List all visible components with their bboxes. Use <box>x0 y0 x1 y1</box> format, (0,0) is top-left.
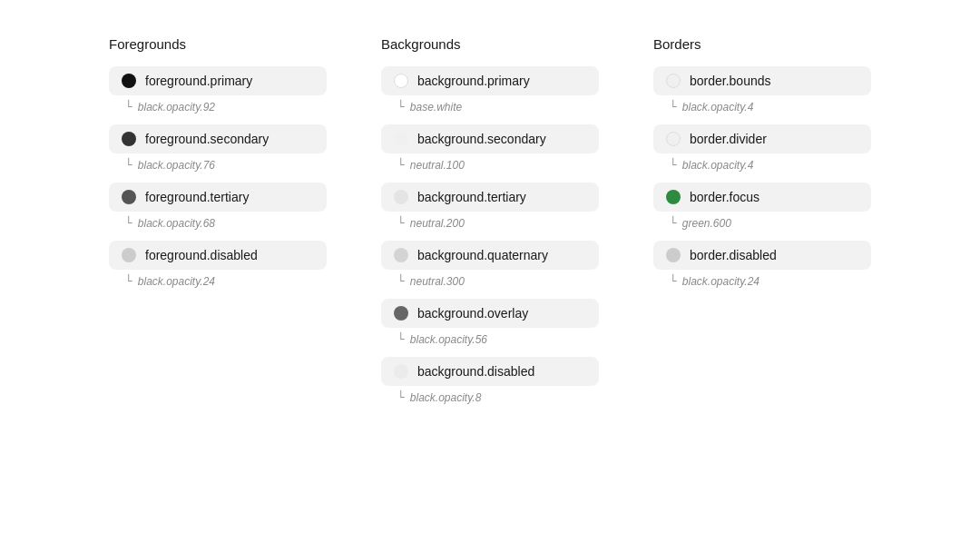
token-label-border-focus: border.focus <box>690 190 760 204</box>
token-dot-fg-secondary <box>122 132 136 146</box>
token-dot-border-bounds <box>666 74 681 88</box>
token-alias-corner-fg-disabled: └ <box>125 274 132 288</box>
token-alias-text-bg-primary: base.white <box>410 101 462 114</box>
token-group-border-bounds: border.bounds└black.opacity.4 <box>653 66 871 114</box>
token-alias-corner-bg-secondary: └ <box>397 158 405 172</box>
token-dot-bg-secondary <box>394 132 408 146</box>
token-alias-row-fg-primary: └black.opacity.92 <box>109 100 327 114</box>
column-title-borders: Borders <box>653 36 871 52</box>
token-alias-row-border-disabled: └black.opacity.24 <box>653 274 871 288</box>
token-dot-border-divider <box>666 132 681 146</box>
token-alias-corner-bg-disabled: └ <box>397 390 405 404</box>
token-dot-fg-disabled <box>122 248 136 262</box>
token-alias-corner-fg-tertiary: └ <box>125 216 132 230</box>
token-alias-corner-fg-primary: └ <box>125 100 132 114</box>
token-group-bg-quaternary: background.quaternary└neutral.300 <box>381 241 599 288</box>
token-group-border-disabled: border.disabled└black.opacity.24 <box>653 241 871 288</box>
token-alias-corner-border-disabled: └ <box>670 274 677 288</box>
column-title-backgrounds: Backgrounds <box>381 36 599 52</box>
token-alias-row-fg-secondary: └black.opacity.76 <box>109 158 327 172</box>
token-alias-text-border-divider: black.opacity.4 <box>682 159 754 172</box>
token-alias-text-bg-secondary: neutral.100 <box>410 159 465 172</box>
token-alias-corner-bg-quaternary: └ <box>397 274 405 288</box>
token-chip-border-disabled: border.disabled <box>653 241 871 270</box>
column-title-foregrounds: Foregrounds <box>109 36 327 52</box>
token-alias-row-bg-disabled: └black.opacity.8 <box>381 390 599 404</box>
token-chip-border-bounds: border.bounds <box>653 66 871 95</box>
token-chip-bg-quaternary: background.quaternary <box>381 241 599 270</box>
token-group-bg-overlay: background.overlay└black.opacity.56 <box>381 299 599 346</box>
token-chip-fg-disabled: foreground.disabled <box>109 241 327 270</box>
token-alias-row-bg-tertiary: └neutral.200 <box>381 216 599 230</box>
token-chip-border-focus: border.focus <box>653 183 871 212</box>
token-dot-border-disabled <box>666 248 681 262</box>
token-label-fg-disabled: foreground.disabled <box>145 248 258 262</box>
column-backgrounds: Backgroundsbackground.primary└base.white… <box>381 36 599 415</box>
token-chip-border-divider: border.divider <box>653 124 871 153</box>
token-chip-bg-primary: background.primary <box>381 66 599 95</box>
token-alias-corner-bg-primary: └ <box>397 100 405 114</box>
token-alias-text-bg-overlay: black.opacity.56 <box>410 333 487 346</box>
token-label-bg-secondary: background.secondary <box>417 132 546 146</box>
token-alias-row-bg-overlay: └black.opacity.56 <box>381 332 599 346</box>
token-chip-bg-disabled: background.disabled <box>381 357 599 386</box>
token-alias-row-bg-quaternary: └neutral.300 <box>381 274 599 288</box>
token-alias-text-fg-disabled: black.opacity.24 <box>138 275 215 288</box>
token-group-border-focus: border.focus└green.600 <box>653 183 871 230</box>
token-alias-row-fg-disabled: └black.opacity.24 <box>109 274 327 288</box>
token-alias-corner-border-divider: └ <box>670 158 677 172</box>
token-alias-text-border-disabled: black.opacity.24 <box>682 275 760 288</box>
token-dot-fg-primary <box>122 74 136 88</box>
token-alias-row-fg-tertiary: └black.opacity.68 <box>109 216 327 230</box>
token-alias-text-bg-quaternary: neutral.300 <box>410 275 465 288</box>
token-alias-row-bg-primary: └base.white <box>381 100 599 114</box>
token-group-border-divider: border.divider└black.opacity.4 <box>653 124 871 172</box>
token-alias-row-border-bounds: └black.opacity.4 <box>653 100 871 114</box>
token-alias-corner-fg-secondary: └ <box>125 158 132 172</box>
token-alias-row-border-divider: └black.opacity.4 <box>653 158 871 172</box>
token-alias-text-fg-secondary: black.opacity.76 <box>138 159 215 172</box>
token-alias-text-border-focus: green.600 <box>682 217 731 230</box>
token-alias-text-bg-disabled: black.opacity.8 <box>410 391 482 404</box>
token-alias-text-border-bounds: black.opacity.4 <box>682 101 754 114</box>
token-alias-text-bg-tertiary: neutral.200 <box>410 217 465 230</box>
color-tokens-grid: Foregroundsforeground.primary└black.opac… <box>109 36 871 415</box>
column-borders: Bordersborder.bounds└black.opacity.4bord… <box>653 36 871 299</box>
token-chip-fg-secondary: foreground.secondary <box>109 124 327 153</box>
token-label-border-disabled: border.disabled <box>690 248 777 262</box>
token-dot-bg-quaternary <box>394 248 408 262</box>
token-chip-bg-secondary: background.secondary <box>381 124 599 153</box>
token-group-bg-primary: background.primary└base.white <box>381 66 599 114</box>
token-label-fg-primary: foreground.primary <box>145 74 252 88</box>
token-label-fg-secondary: foreground.secondary <box>145 132 269 146</box>
token-group-fg-tertiary: foreground.tertiary└black.opacity.68 <box>109 183 327 230</box>
token-alias-corner-border-bounds: └ <box>670 100 677 114</box>
token-group-fg-primary: foreground.primary└black.opacity.92 <box>109 66 327 114</box>
token-chip-fg-primary: foreground.primary <box>109 66 327 95</box>
token-alias-row-bg-secondary: └neutral.100 <box>381 158 599 172</box>
token-alias-row-border-focus: └green.600 <box>653 216 871 230</box>
token-label-border-bounds: border.bounds <box>690 74 771 88</box>
token-dot-fg-tertiary <box>122 190 136 204</box>
token-dot-bg-primary <box>394 74 408 88</box>
token-dot-bg-tertiary <box>394 190 408 204</box>
token-label-bg-overlay: background.overlay <box>417 306 528 321</box>
token-dot-bg-disabled <box>394 364 408 379</box>
token-label-bg-tertiary: background.tertiary <box>417 190 526 204</box>
token-alias-text-fg-tertiary: black.opacity.68 <box>138 217 215 230</box>
token-label-border-divider: border.divider <box>690 132 767 146</box>
token-group-fg-disabled: foreground.disabled└black.opacity.24 <box>109 241 327 288</box>
column-foregrounds: Foregroundsforeground.primary└black.opac… <box>109 36 327 299</box>
token-label-fg-tertiary: foreground.tertiary <box>145 190 249 204</box>
token-dot-bg-overlay <box>394 306 408 321</box>
token-group-bg-tertiary: background.tertiary└neutral.200 <box>381 183 599 230</box>
token-dot-border-focus <box>666 190 681 204</box>
token-group-bg-disabled: background.disabled└black.opacity.8 <box>381 357 599 404</box>
token-alias-corner-bg-tertiary: └ <box>397 216 405 230</box>
token-label-bg-quaternary: background.quaternary <box>417 248 548 262</box>
token-chip-bg-tertiary: background.tertiary <box>381 183 599 212</box>
token-label-bg-disabled: background.disabled <box>417 364 534 379</box>
token-label-bg-primary: background.primary <box>417 74 530 88</box>
token-alias-corner-border-focus: └ <box>670 216 677 230</box>
token-group-fg-secondary: foreground.secondary└black.opacity.76 <box>109 124 327 172</box>
